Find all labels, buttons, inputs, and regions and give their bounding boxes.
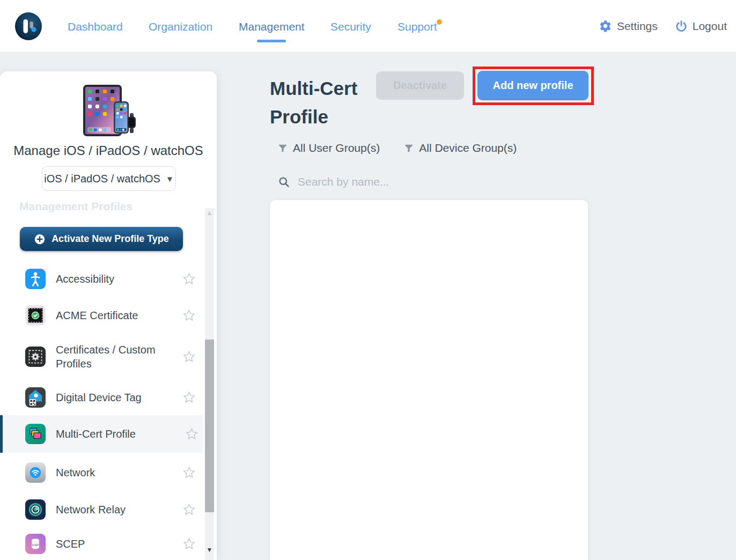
filter-bar: All User Group(s) All Device Group(s)	[277, 142, 517, 154]
sidebar-item-label: Digital Device Tag	[56, 390, 163, 404]
sidebar-item-certificates-custom-profiles[interactable]: Certificates / Custom Profiles	[0, 334, 200, 380]
sidebar-item-label: Accessibility	[56, 272, 163, 286]
sidebar-item-multi-cert-profile[interactable]: Multi-Cert Profile	[0, 415, 203, 453]
search-input[interactable]	[297, 175, 503, 189]
device-group-filter-label: All Device Group(s)	[419, 142, 517, 154]
sidebar-item-label: ACME Certificate	[56, 308, 163, 322]
sidebar-item-label: Multi-Cert Profile	[56, 427, 163, 441]
svg-text:SCEP: SCEP	[32, 544, 39, 547]
sidebar-item-accessibility[interactable]: Accessibility	[0, 261, 200, 297]
device-group-filter[interactable]: All Device Group(s)	[403, 142, 517, 154]
app-logo-icon[interactable]	[14, 12, 42, 40]
ios-devices-illustration-icon	[80, 83, 143, 141]
favorite-star-icon[interactable]	[182, 537, 196, 551]
digital-device-tag-icon	[25, 387, 46, 408]
favorite-star-icon[interactable]	[182, 390, 196, 405]
nav-dashboard[interactable]: Dashboard	[68, 20, 123, 33]
nav-management[interactable]: Management	[239, 20, 305, 33]
app-screen: Dashboard Organization Management Securi…	[0, 0, 736, 560]
user-group-filter[interactable]: All User Group(s)	[277, 142, 380, 154]
management-profiles-sidebar: Manage iOS / iPadOS / watchOS iOS / iPad…	[0, 71, 217, 560]
favorite-star-icon[interactable]	[182, 466, 196, 480]
activate-button-label: Activate New Profile Type	[51, 233, 169, 245]
scrollbar-thumb[interactable]	[205, 340, 214, 512]
network-relay-icon	[25, 499, 46, 520]
activate-new-profile-type-button[interactable]: Activate New Profile Type	[20, 227, 183, 251]
sidebar-item-scep[interactable]: SCEP SCEP	[0, 528, 200, 560]
favorite-star-icon[interactable]	[182, 350, 196, 364]
os-selector-value: iOS / iPadOS / watchOS	[44, 173, 160, 185]
sidebar-item-label: Network	[56, 466, 163, 480]
scep-icon: SCEP	[25, 534, 46, 554]
page-title: Multi-Cert Profile	[270, 75, 382, 131]
sidebar-item-network-relay[interactable]: Network Relay	[0, 491, 200, 528]
sidebar-item-digital-device-tag[interactable]: Digital Device Tag	[0, 380, 200, 415]
search-bar	[278, 175, 514, 189]
active-tab-underline	[257, 40, 286, 42]
power-icon	[675, 20, 688, 33]
chevron-down-icon: ▼	[166, 174, 174, 183]
nav-support[interactable]: Support	[398, 20, 437, 33]
sidebar-item-label: Network Relay	[56, 503, 163, 517]
sidebar-item-label: SCEP	[56, 537, 163, 551]
favorite-star-icon[interactable]	[185, 427, 199, 441]
gear-icon	[599, 19, 612, 33]
funnel-icon	[403, 143, 414, 153]
deactivate-button[interactable]: Deactivate	[376, 71, 464, 100]
network-icon	[25, 462, 46, 483]
logout-label: Logout	[693, 20, 727, 33]
settings-label: Settings	[617, 20, 658, 33]
add-new-profile-button[interactable]: Add new profile	[477, 71, 588, 100]
support-notification-dot	[437, 19, 442, 25]
sidebar-item-network[interactable]: Network	[0, 454, 200, 491]
acme-certificate-icon	[25, 305, 46, 326]
user-group-filter-label: All User Group(s)	[293, 142, 380, 154]
os-selector-dropdown[interactable]: iOS / iPadOS / watchOS ▼	[42, 166, 176, 191]
certificates-custom-profiles-icon	[25, 347, 46, 367]
section-heading-management-profiles: Management Profiles	[19, 200, 133, 213]
profiles-list-panel	[270, 200, 588, 560]
settings-button[interactable]: Settings	[599, 19, 658, 33]
multi-cert-profile-icon	[25, 424, 46, 444]
search-icon	[278, 176, 290, 188]
sidebar-scrollbar[interactable]: ▲ ▼	[205, 208, 214, 560]
sidebar-item-label: Certificates / Custom Profiles	[56, 343, 163, 371]
scrollbar-up-arrow-icon[interactable]: ▲	[205, 209, 214, 217]
favorite-star-icon[interactable]	[182, 503, 196, 517]
favorite-star-icon[interactable]	[182, 272, 196, 286]
accessibility-icon	[25, 269, 46, 289]
plus-circle-icon	[34, 233, 46, 245]
sidebar-item-acme-certificate[interactable]: ACME Certificate	[0, 297, 200, 334]
scrollbar-down-arrow-icon[interactable]: ▼	[205, 546, 214, 554]
logout-button[interactable]: Logout	[675, 20, 727, 33]
top-navigation-bar: Dashboard Organization Management Securi…	[0, 0, 736, 53]
funnel-icon	[277, 143, 288, 153]
favorite-star-icon[interactable]	[182, 308, 196, 323]
sidebar-manage-title: Manage iOS / iPadOS / watchOS	[0, 143, 217, 158]
nav-organization[interactable]: Organization	[149, 20, 212, 33]
nav-security[interactable]: Security	[330, 20, 371, 33]
